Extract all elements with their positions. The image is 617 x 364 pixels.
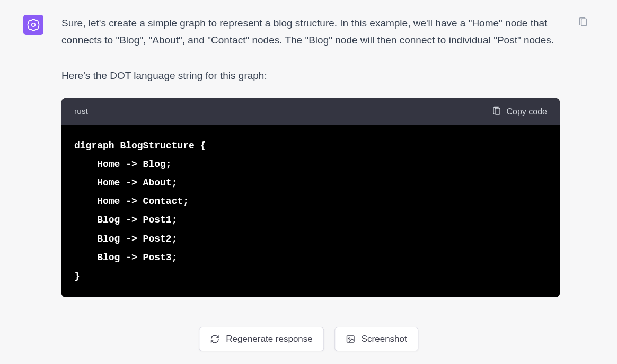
svg-point-0	[32, 23, 36, 27]
svg-rect-3	[347, 336, 354, 342]
clipboard-icon	[578, 17, 588, 28]
copy-code-button[interactable]: Copy code	[492, 104, 548, 119]
message-paragraph: Sure, let's create a simple graph to rep…	[61, 15, 560, 49]
message-actions	[578, 15, 594, 297]
assistant-avatar	[23, 15, 43, 35]
code-content[interactable]: digraph BlogStructure { Home -> Blog; Ho…	[61, 125, 560, 297]
refresh-icon	[210, 334, 219, 344]
svg-point-4	[348, 338, 350, 339]
bottom-action-bar: Regenerate response Screenshot	[199, 327, 418, 351]
clipboard-icon	[492, 106, 501, 116]
assistant-message-row: Sure, let's create a simple graph to rep…	[0, 0, 617, 297]
copy-message-button[interactable]	[578, 17, 594, 30]
screenshot-label: Screenshot	[362, 334, 407, 344]
screenshot-button[interactable]: Screenshot	[334, 327, 418, 351]
message-paragraph: Here's the DOT language string for this …	[61, 67, 560, 84]
copy-code-label: Copy code	[507, 104, 548, 119]
image-icon	[346, 334, 355, 344]
regenerate-label: Regenerate response	[226, 334, 313, 344]
openai-logo-icon	[27, 18, 40, 32]
svg-rect-2	[581, 19, 587, 25]
message-content: Sure, let's create a simple graph to rep…	[61, 15, 560, 297]
code-block-header: rust Copy code	[61, 98, 560, 125]
regenerate-button[interactable]: Regenerate response	[199, 327, 324, 351]
code-block: rust Copy code digraph BlogStructure { H…	[61, 98, 560, 297]
code-language-label: rust	[74, 104, 88, 118]
svg-rect-1	[495, 108, 500, 114]
